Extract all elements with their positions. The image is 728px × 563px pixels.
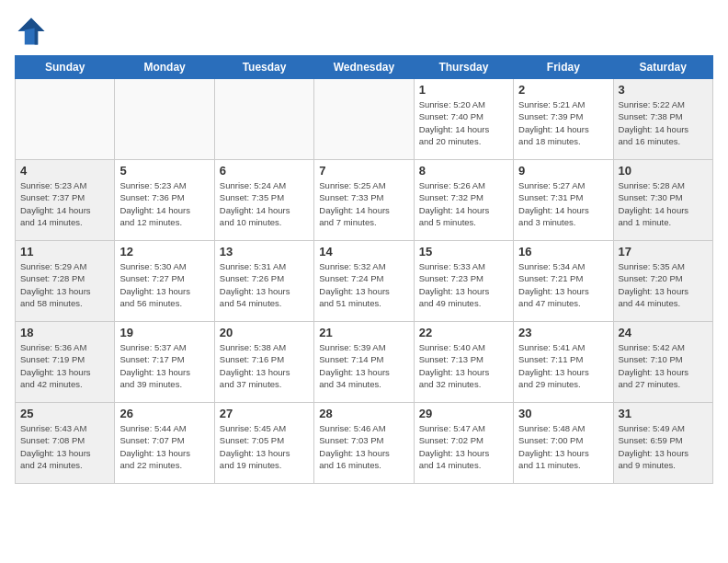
day-info: Sunrise: 5:22 AM Sunset: 7:38 PM Dayligh… — [619, 98, 708, 147]
calendar-cell: 5Sunrise: 5:23 AM Sunset: 7:36 PM Daylig… — [115, 160, 214, 241]
calendar-cell: 29Sunrise: 5:47 AM Sunset: 7:02 PM Dayli… — [414, 403, 513, 484]
calendar-cell: 19Sunrise: 5:37 AM Sunset: 7:17 PM Dayli… — [115, 322, 214, 403]
weekday-header-tuesday: Tuesday — [214, 56, 313, 79]
day-number: 7 — [319, 164, 408, 178]
day-number: 24 — [619, 326, 708, 339]
calendar-cell: 7Sunrise: 5:25 AM Sunset: 7:33 PM Daylig… — [314, 160, 414, 241]
day-number: 13 — [220, 245, 309, 259]
day-info: Sunrise: 5:39 AM Sunset: 7:14 PM Dayligh… — [319, 341, 408, 390]
logo — [15, 15, 51, 48]
day-info: Sunrise: 5:42 AM Sunset: 7:10 PM Dayligh… — [619, 341, 708, 390]
weekday-header-monday: Monday — [115, 56, 214, 79]
day-number: 3 — [619, 83, 708, 97]
day-info: Sunrise: 5:29 AM Sunset: 7:28 PM Dayligh… — [20, 260, 109, 309]
day-info: Sunrise: 5:48 AM Sunset: 7:00 PM Dayligh… — [518, 422, 608, 471]
day-info: Sunrise: 5:32 AM Sunset: 7:24 PM Dayligh… — [319, 260, 408, 309]
calendar-cell: 2Sunrise: 5:21 AM Sunset: 7:39 PM Daylig… — [514, 79, 613, 160]
day-info: Sunrise: 5:35 AM Sunset: 7:20 PM Dayligh… — [619, 260, 708, 309]
calendar-cell: 16Sunrise: 5:34 AM Sunset: 7:21 PM Dayli… — [514, 241, 613, 322]
calendar-cell: 1Sunrise: 5:20 AM Sunset: 7:40 PM Daylig… — [414, 79, 513, 160]
day-number: 14 — [319, 245, 408, 259]
day-info: Sunrise: 5:45 AM Sunset: 7:05 PM Dayligh… — [220, 422, 309, 471]
weekday-header-row: SundayMondayTuesdayWednesdayThursdayFrid… — [16, 56, 713, 79]
weekday-header-friday: Friday — [514, 56, 613, 79]
day-info: Sunrise: 5:24 AM Sunset: 7:35 PM Dayligh… — [220, 179, 309, 228]
day-number: 18 — [20, 326, 109, 339]
day-info: Sunrise: 5:37 AM Sunset: 7:17 PM Dayligh… — [119, 341, 209, 390]
day-number: 11 — [20, 245, 109, 259]
day-info: Sunrise: 5:30 AM Sunset: 7:27 PM Dayligh… — [119, 260, 209, 309]
day-info: Sunrise: 5:47 AM Sunset: 7:02 PM Dayligh… — [419, 422, 508, 471]
weekday-header-saturday: Saturday — [613, 56, 712, 79]
day-number: 27 — [220, 407, 309, 420]
calendar-cell: 15Sunrise: 5:33 AM Sunset: 7:23 PM Dayli… — [414, 241, 513, 322]
day-number: 20 — [220, 326, 309, 339]
day-info: Sunrise: 5:23 AM Sunset: 7:37 PM Dayligh… — [20, 179, 109, 228]
day-info: Sunrise: 5:20 AM Sunset: 7:40 PM Dayligh… — [419, 98, 508, 147]
calendar-week-2: 4Sunrise: 5:23 AM Sunset: 7:37 PM Daylig… — [16, 160, 713, 241]
day-info: Sunrise: 5:36 AM Sunset: 7:19 PM Dayligh… — [20, 341, 109, 390]
day-number: 17 — [619, 245, 708, 259]
weekday-header-thursday: Thursday — [414, 56, 513, 79]
calendar-cell: 10Sunrise: 5:28 AM Sunset: 7:30 PM Dayli… — [613, 160, 712, 241]
weekday-header-wednesday: Wednesday — [314, 56, 414, 79]
calendar-cell: 6Sunrise: 5:24 AM Sunset: 7:35 PM Daylig… — [214, 160, 313, 241]
calendar-cell: 27Sunrise: 5:45 AM Sunset: 7:05 PM Dayli… — [214, 403, 313, 484]
weekday-header-sunday: Sunday — [16, 56, 115, 79]
calendar-cell — [314, 79, 414, 160]
day-number: 29 — [419, 407, 508, 420]
calendar-cell: 4Sunrise: 5:23 AM Sunset: 7:37 PM Daylig… — [16, 160, 115, 241]
calendar-cell: 23Sunrise: 5:41 AM Sunset: 7:11 PM Dayli… — [514, 322, 613, 403]
calendar-cell: 11Sunrise: 5:29 AM Sunset: 7:28 PM Dayli… — [16, 241, 115, 322]
day-info: Sunrise: 5:41 AM Sunset: 7:11 PM Dayligh… — [518, 341, 608, 390]
calendar-cell — [115, 79, 214, 160]
calendar-cell — [16, 79, 115, 160]
day-info: Sunrise: 5:33 AM Sunset: 7:23 PM Dayligh… — [419, 260, 508, 309]
calendar-cell: 13Sunrise: 5:31 AM Sunset: 7:26 PM Dayli… — [214, 241, 313, 322]
day-number: 8 — [419, 164, 508, 178]
day-info: Sunrise: 5:21 AM Sunset: 7:39 PM Dayligh… — [518, 98, 608, 147]
day-number: 16 — [518, 245, 608, 259]
calendar-cell: 24Sunrise: 5:42 AM Sunset: 7:10 PM Dayli… — [613, 322, 712, 403]
day-info: Sunrise: 5:34 AM Sunset: 7:21 PM Dayligh… — [518, 260, 608, 309]
day-info: Sunrise: 5:44 AM Sunset: 7:07 PM Dayligh… — [119, 422, 209, 471]
calendar-week-3: 11Sunrise: 5:29 AM Sunset: 7:28 PM Dayli… — [16, 241, 713, 322]
day-number: 25 — [20, 407, 109, 420]
day-number: 1 — [419, 83, 508, 97]
calendar-week-1: 1Sunrise: 5:20 AM Sunset: 7:40 PM Daylig… — [16, 79, 713, 160]
page-header — [15, 15, 713, 48]
day-number: 4 — [20, 164, 109, 178]
day-info: Sunrise: 5:49 AM Sunset: 6:59 PM Dayligh… — [619, 422, 708, 471]
day-info: Sunrise: 5:38 AM Sunset: 7:16 PM Dayligh… — [220, 341, 309, 390]
day-number: 26 — [119, 407, 209, 420]
day-number: 23 — [518, 326, 608, 339]
calendar-cell: 17Sunrise: 5:35 AM Sunset: 7:20 PM Dayli… — [613, 241, 712, 322]
day-number: 19 — [119, 326, 209, 339]
calendar-cell: 28Sunrise: 5:46 AM Sunset: 7:03 PM Dayli… — [314, 403, 414, 484]
day-number: 12 — [119, 245, 209, 259]
day-number: 28 — [319, 407, 408, 420]
calendar-cell: 26Sunrise: 5:44 AM Sunset: 7:07 PM Dayli… — [115, 403, 214, 484]
day-info: Sunrise: 5:31 AM Sunset: 7:26 PM Dayligh… — [220, 260, 309, 309]
day-number: 21 — [319, 326, 408, 339]
calendar-week-5: 25Sunrise: 5:43 AM Sunset: 7:08 PM Dayli… — [16, 403, 713, 484]
day-info: Sunrise: 5:40 AM Sunset: 7:13 PM Dayligh… — [419, 341, 508, 390]
day-info: Sunrise: 5:28 AM Sunset: 7:30 PM Dayligh… — [619, 179, 708, 228]
day-number: 15 — [419, 245, 508, 259]
calendar-cell: 20Sunrise: 5:38 AM Sunset: 7:16 PM Dayli… — [214, 322, 313, 403]
calendar-cell: 3Sunrise: 5:22 AM Sunset: 7:38 PM Daylig… — [613, 79, 712, 160]
day-info: Sunrise: 5:26 AM Sunset: 7:32 PM Dayligh… — [419, 179, 508, 228]
calendar-cell: 14Sunrise: 5:32 AM Sunset: 7:24 PM Dayli… — [314, 241, 414, 322]
day-number: 30 — [518, 407, 608, 420]
day-number: 9 — [518, 164, 608, 178]
day-info: Sunrise: 5:27 AM Sunset: 7:31 PM Dayligh… — [518, 179, 608, 228]
day-info: Sunrise: 5:46 AM Sunset: 7:03 PM Dayligh… — [319, 422, 408, 471]
calendar-cell: 25Sunrise: 5:43 AM Sunset: 7:08 PM Dayli… — [16, 403, 115, 484]
calendar-cell: 12Sunrise: 5:30 AM Sunset: 7:27 PM Dayli… — [115, 241, 214, 322]
calendar-cell: 31Sunrise: 5:49 AM Sunset: 6:59 PM Dayli… — [613, 403, 712, 484]
calendar-table: SundayMondayTuesdayWednesdayThursdayFrid… — [15, 55, 713, 484]
calendar-cell: 22Sunrise: 5:40 AM Sunset: 7:13 PM Dayli… — [414, 322, 513, 403]
calendar-cell: 30Sunrise: 5:48 AM Sunset: 7:00 PM Dayli… — [514, 403, 613, 484]
calendar-cell — [214, 79, 313, 160]
day-info: Sunrise: 5:43 AM Sunset: 7:08 PM Dayligh… — [20, 422, 109, 471]
